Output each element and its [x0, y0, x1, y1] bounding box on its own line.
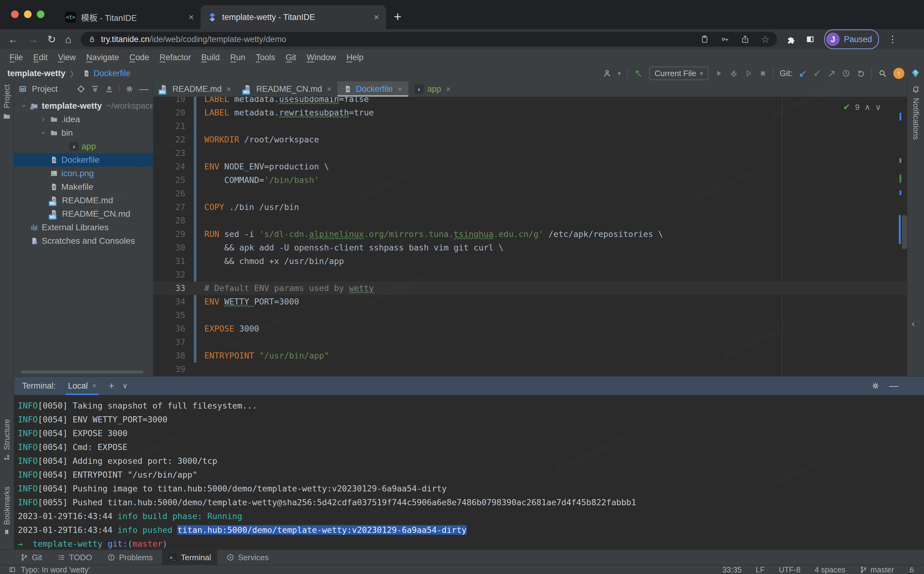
quick-actions-arrow-icon[interactable]	[634, 69, 643, 78]
tool-window-button-terminal[interactable]: >_Terminal	[162, 550, 217, 565]
status-message[interactable]: Typo: In word 'wetty'	[21, 565, 90, 574]
upgrade-icon[interactable]: ↑	[893, 68, 904, 79]
code-line-22[interactable]: 22WORKDIR /root/workspace	[153, 133, 907, 147]
tree-item-scratches-and-consoles[interactable]: Scratches and Consoles	[14, 234, 153, 248]
menu-build[interactable]: Build	[196, 53, 225, 62]
menu-file[interactable]: File	[4, 53, 28, 62]
next-problem-icon[interactable]: ∨	[875, 100, 881, 114]
tree-item-bin[interactable]: bin	[14, 126, 153, 140]
code-line-33[interactable]: 33# Default ENV params used by wetty	[153, 281, 907, 295]
editor-tab-readme-md[interactable]: MDREADME.md×	[153, 81, 237, 97]
breadcrumb-file[interactable]: Dockerfile	[94, 69, 130, 78]
debug-bug-icon[interactable]	[729, 69, 738, 78]
tool-button-structure[interactable]: Structure	[0, 419, 14, 461]
reload-icon[interactable]: ↻	[47, 34, 56, 44]
close-icon[interactable]: ×	[327, 85, 332, 94]
menu-window[interactable]: Window	[301, 53, 341, 62]
code-line-36[interactable]: 36EXPOSE 3000	[153, 322, 907, 336]
lock-icon[interactable]	[88, 35, 96, 43]
run-config-select[interactable]: Current File ▾	[649, 66, 709, 80]
forward-icon[interactable]: →	[28, 34, 38, 44]
tool-button-bookmarks[interactable]: Bookmarks	[0, 487, 14, 536]
git-commit-check-icon[interactable]: ✓	[813, 68, 821, 78]
ide-logo-gem-icon[interactable]	[910, 68, 920, 78]
tree-item-app[interactable]: ›app	[14, 140, 153, 153]
terminal-gear-icon[interactable]	[871, 382, 880, 390]
code-line-34[interactable]: 34ENV WETTY_PORT=3000	[153, 295, 907, 309]
clipboard-icon[interactable]	[700, 35, 709, 44]
rollback-icon[interactable]	[856, 69, 865, 78]
code-line-39[interactable]: 39	[153, 363, 907, 376]
prev-problem-icon[interactable]: ∧	[864, 100, 870, 114]
editor-body[interactable]: 19LABEL metadata.usesubdomain=false20LAB…	[153, 97, 907, 376]
tool-button-project[interactable]: Project	[0, 84, 14, 121]
back-icon[interactable]: ←	[8, 34, 19, 44]
history-clock-icon[interactable]	[842, 69, 850, 78]
terminal-tab-local[interactable]: Local ×	[64, 377, 101, 395]
tool-window-button-git[interactable]: Git	[14, 550, 48, 565]
editor-scrollbar[interactable]	[902, 215, 907, 249]
window-controls[interactable]	[11, 10, 44, 18]
code-line-21[interactable]: 21	[153, 120, 907, 133]
locate-target-icon[interactable]	[77, 85, 85, 93]
tool-window-button-problems[interactable]: Problems	[101, 550, 159, 565]
collapse-chevron-icon[interactable]: ‹	[912, 318, 915, 329]
close-icon[interactable]: ×	[374, 12, 379, 22]
menu-tools[interactable]: Tools	[251, 53, 280, 62]
breadcrumb-project[interactable]: template-wetty	[7, 69, 65, 78]
address-bar[interactable]: try.titanide.cn/ide/web/coding/template-…	[81, 32, 777, 47]
code-line-20[interactable]: 20LABEL metadata.rewritesubpath=true	[153, 106, 907, 120]
code-line-37[interactable]: 37	[153, 336, 907, 349]
browser-tab-1[interactable]: <t>模板 - TitanIDE×	[58, 5, 201, 29]
git-push-icon[interactable]: ↗	[827, 68, 836, 78]
code-line-35[interactable]: 35	[153, 309, 907, 322]
gear-icon[interactable]	[125, 85, 134, 93]
git-branch-widget[interactable]: master	[860, 565, 894, 574]
file-encoding[interactable]: UTF-8	[779, 565, 801, 574]
editor-tab-app[interactable]: ›app×	[408, 81, 457, 97]
tree-item-readme-cn-md[interactable]: MDREADME_CN.md	[14, 207, 153, 221]
user-icon[interactable]	[602, 69, 612, 78]
close-window-button[interactable]	[11, 10, 19, 18]
tree-item--idea[interactable]: .idea	[14, 113, 153, 126]
menu-run[interactable]: Run	[225, 53, 251, 62]
code-line-30[interactable]: 30 && apk add -U openssh-client sshpass …	[153, 241, 907, 254]
close-icon[interactable]: ×	[398, 85, 402, 94]
tool-window-button-services[interactable]: Services	[220, 550, 275, 565]
tree-item-external-libraries[interactable]: External Libraries	[14, 221, 153, 234]
chevron-down-icon[interactable]	[20, 103, 28, 109]
tree-item-readme-md[interactable]: MDREADME.md	[14, 194, 153, 207]
menu-code[interactable]: Code	[124, 53, 155, 62]
menu-navigate[interactable]: Navigate	[81, 53, 124, 62]
menu-refactor[interactable]: Refactor	[154, 53, 196, 62]
editor-tab-readme-cn-md[interactable]: MDREADME_CN.md×	[237, 81, 338, 97]
terminal-output[interactable]: INFO[0050] Taking snapshot of full files…	[14, 395, 924, 549]
extensions-puzzle-icon[interactable]	[786, 35, 796, 44]
close-icon[interactable]: ×	[446, 85, 451, 94]
code-line-26[interactable]: 26	[153, 187, 907, 200]
code-line-24[interactable]: 24ENV NODE_ENV=production \	[153, 160, 907, 173]
home-icon[interactable]: ⌂	[65, 34, 72, 44]
close-icon[interactable]: ×	[189, 12, 194, 22]
code-line-23[interactable]: 23	[153, 147, 907, 160]
run-coverage-icon[interactable]	[744, 69, 753, 78]
stop-icon[interactable]	[759, 69, 767, 77]
expand-all-icon[interactable]	[91, 85, 99, 93]
caret-position[interactable]: 33:35	[723, 565, 742, 574]
terminal-minimize-icon[interactable]: —	[889, 381, 898, 391]
run-icon[interactable]	[715, 69, 723, 78]
tree-item-dockerfile[interactable]: Dockerfile	[14, 153, 153, 167]
key-icon[interactable]	[720, 35, 729, 44]
tool-window-button-todo[interactable]: TODO	[51, 550, 98, 565]
unlock-icon[interactable]	[908, 566, 915, 573]
close-icon[interactable]: ×	[227, 85, 231, 94]
inspection-widget[interactable]: ✔ 9 ∧ ∨	[843, 100, 881, 114]
tree-item-template-wetty[interactable]: template-wetty~/workspace	[14, 99, 153, 113]
tool-window-toggle-icon[interactable]	[9, 566, 16, 573]
menu-git[interactable]: Git	[280, 53, 302, 62]
profile-paused-button[interactable]: J Paused	[824, 30, 879, 49]
new-terminal-plus-icon[interactable]: +	[108, 380, 115, 392]
collapse-all-icon[interactable]	[105, 85, 113, 93]
code-line-31[interactable]: 31 && chmod +x /usr/bin/app	[153, 254, 907, 268]
editor-tab-dockerfile[interactable]: Dockerfile×	[338, 81, 408, 97]
